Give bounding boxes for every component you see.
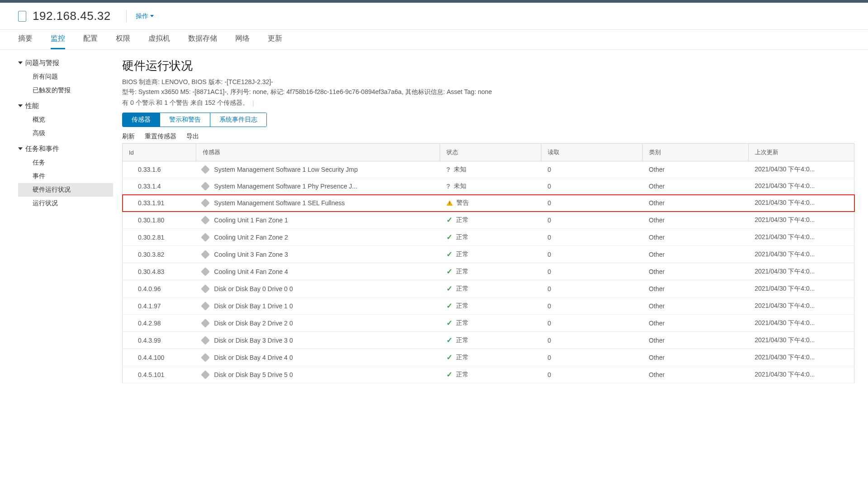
sensor-icon xyxy=(201,284,210,293)
table-row[interactable]: 0.33.1.6System Management Software 1 Low… xyxy=(123,161,854,178)
segment-0[interactable]: 传感器 xyxy=(123,113,160,127)
cell-id: 0.33.1.6 xyxy=(123,161,196,178)
sensor-summary: 有 0 个警示 和 1 个警告 来自 152 个传感器。 | xyxy=(122,99,854,107)
content: 硬件运行状况 BIOS 制造商: LENOVO, BIOS 版本: -[TCE1… xyxy=(113,50,868,383)
main-tabs: 摘要监控配置权限虚拟机数据存储网络更新 xyxy=(0,30,868,50)
cell-read: 0 xyxy=(541,195,643,212)
table-row[interactable]: 0.4.3.99Disk or Disk Bay 3 Drive 3 0✓正常0… xyxy=(123,332,854,349)
table-row[interactable]: 0.30.3.82Cooling Unit 3 Fan Zone 3✓正常0Ot… xyxy=(123,246,854,263)
cell-sensor: Cooling Unit 4 Fan Zone 4 xyxy=(196,263,440,280)
sidebar-item-2-3[interactable]: 运行状况 xyxy=(18,197,113,210)
table-row[interactable]: 0.33.1.91System Management Software 1 SE… xyxy=(123,195,854,212)
table-row[interactable]: 0.4.0.96Disk or Disk Bay 0 Drive 0 0✓正常0… xyxy=(123,280,854,297)
table-row[interactable]: 0.30.1.80Cooling Unit 1 Fan Zone 1✓正常0Ot… xyxy=(123,212,854,229)
cell-id: 0.30.1.80 xyxy=(123,212,196,229)
sensor-icon xyxy=(201,233,210,242)
sidebar-item-1-0[interactable]: 概览 xyxy=(18,113,113,127)
main-tab-3[interactable]: 权限 xyxy=(116,34,130,49)
sensor-icon xyxy=(201,319,210,328)
main-tab-2[interactable]: 配置 xyxy=(83,34,98,49)
cell-category: Other xyxy=(642,349,748,366)
main-tab-7[interactable]: 更新 xyxy=(268,34,282,49)
sidebar-item-2-2[interactable]: 硬件运行状况 xyxy=(18,183,113,197)
sidebar-group-0[interactable]: 问题与警报 xyxy=(18,56,113,70)
sensor-icon xyxy=(201,165,210,174)
cell-category: Other xyxy=(642,366,748,383)
chevron-down-icon xyxy=(18,104,23,107)
sensor-icon xyxy=(201,353,210,362)
sidebar-item-1-1[interactable]: 高级 xyxy=(18,127,113,140)
actions-label: 操作 xyxy=(136,12,148,20)
table-row[interactable]: 0.4.2.98Disk or Disk Bay 2 Drive 2 0✓正常0… xyxy=(123,315,854,332)
table-row[interactable]: 0.30.2.81Cooling Unit 2 Fan Zone 2✓正常0Ot… xyxy=(123,229,854,246)
sidebar-item-0-0[interactable]: 所有问题 xyxy=(18,70,113,84)
cell-read: 0 xyxy=(541,332,643,349)
host-icon xyxy=(18,11,26,22)
col-category[interactable]: 类别 xyxy=(642,144,748,161)
cell-id: 0.30.4.83 xyxy=(123,263,196,280)
cell-time: 2021/04/30 下午4:0... xyxy=(748,178,854,195)
segment-2[interactable]: 系统事件日志 xyxy=(210,113,266,127)
sidebar-item-2-1[interactable]: 事件 xyxy=(18,170,113,183)
sidebar: 问题与警报所有问题已触发的警报性能概览高级任务和事件任务事件硬件运行状况运行状况 xyxy=(0,50,113,383)
check-icon: ✓ xyxy=(446,216,452,224)
cell-time: 2021/04/30 下午4:0... xyxy=(748,212,854,229)
col-read[interactable]: 读取 xyxy=(541,144,643,161)
cell-category: Other xyxy=(642,297,748,315)
segment-1[interactable]: 警示和警告 xyxy=(160,113,210,127)
sidebar-group-1[interactable]: 性能 xyxy=(18,99,113,113)
action-0[interactable]: 刷新 xyxy=(122,132,135,141)
main-tab-4[interactable]: 虚拟机 xyxy=(148,34,170,49)
table-row[interactable]: 0.4.1.97Disk or Disk Bay 1 Drive 1 0✓正常0… xyxy=(123,297,854,315)
main-tab-0[interactable]: 摘要 xyxy=(18,34,33,49)
table-row[interactable]: 0.30.4.83Cooling Unit 4 Fan Zone 4✓正常0Ot… xyxy=(123,263,854,280)
action-2[interactable]: 导出 xyxy=(186,132,199,141)
cell-sensor: System Management Software 1 SEL Fullnes… xyxy=(196,195,440,212)
sensor-icon xyxy=(201,302,210,311)
cell-category: Other xyxy=(642,178,748,195)
actions-menu[interactable]: 操作 xyxy=(136,12,154,20)
cell-time: 2021/04/30 下午4:0... xyxy=(748,246,854,263)
warning-icon xyxy=(446,200,453,206)
cell-status: ✓正常 xyxy=(440,280,541,297)
divider: | xyxy=(252,99,254,107)
sensor-icon xyxy=(201,182,210,191)
cell-read: 0 xyxy=(541,178,643,195)
page-title: 硬件运行状况 xyxy=(122,58,854,74)
col-id[interactable]: Id xyxy=(123,144,196,161)
table-row[interactable]: 0.33.1.4System Management Software 1 Phy… xyxy=(123,178,854,195)
cell-time: 2021/04/30 下午4:0... xyxy=(748,297,854,315)
col-last-update[interactable]: 上次更新 xyxy=(748,144,854,161)
cell-read: 0 xyxy=(541,366,643,383)
main-tab-1[interactable]: 监控 xyxy=(51,34,65,49)
cell-read: 0 xyxy=(541,263,643,280)
cell-read: 0 xyxy=(541,161,643,178)
cell-id: 0.33.1.91 xyxy=(123,195,196,212)
table-row[interactable]: 0.4.4.100Disk or Disk Bay 4 Drive 4 0✓正常… xyxy=(123,349,854,366)
cell-category: Other xyxy=(642,161,748,178)
cell-id: 0.30.3.82 xyxy=(123,246,196,263)
cell-status: ✓正常 xyxy=(440,297,541,315)
col-sensor[interactable]: 传感器 xyxy=(196,144,440,161)
cell-sensor: Disk or Disk Bay 1 Drive 1 0 xyxy=(196,297,440,315)
sidebar-item-2-0[interactable]: 任务 xyxy=(18,156,113,170)
cell-sensor: Cooling Unit 1 Fan Zone 1 xyxy=(196,212,440,229)
cell-read: 0 xyxy=(541,297,643,315)
check-icon: ✓ xyxy=(446,284,452,293)
col-status[interactable]: 状态 xyxy=(440,144,541,161)
cell-category: Other xyxy=(642,212,748,229)
main-tab-5[interactable]: 数据存储 xyxy=(188,34,217,49)
sensor-icon xyxy=(201,198,210,207)
cell-time: 2021/04/30 下午4:0... xyxy=(748,332,854,349)
sidebar-group-2[interactable]: 任务和事件 xyxy=(18,142,113,156)
table-row[interactable]: 0.4.5.101Disk or Disk Bay 5 Drive 5 0✓正常… xyxy=(123,366,854,383)
sidebar-item-0-1[interactable]: 已触发的警报 xyxy=(18,84,113,97)
action-1[interactable]: 重置传感器 xyxy=(145,132,176,141)
main-tab-6[interactable]: 网络 xyxy=(235,34,250,49)
cell-status: ✓正常 xyxy=(440,229,541,246)
cell-time: 2021/04/30 下午4:0... xyxy=(748,315,854,332)
cell-time: 2021/04/30 下午4:0... xyxy=(748,161,854,178)
unknown-icon: ? xyxy=(446,183,451,190)
cell-time: 2021/04/30 下午4:0... xyxy=(748,229,854,246)
cell-status: ✓正常 xyxy=(440,366,541,383)
